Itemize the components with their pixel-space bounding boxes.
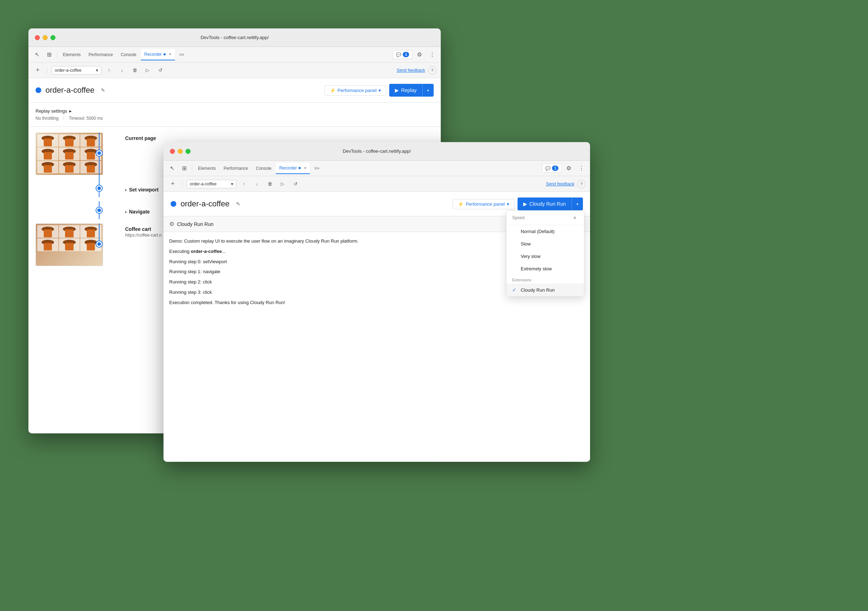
dropdown-item-slow[interactable]: Slow — [507, 238, 584, 250]
layers-icon-front[interactable]: ⊞ — [178, 163, 190, 174]
add-recording-btn-front[interactable]: + — [168, 179, 178, 189]
perf-icon-back: ⚡ — [330, 88, 336, 93]
tab-bar-front: ↖ ⊞ Elements Performance Console Recorde… — [163, 161, 590, 176]
traffic-lights-front — [170, 149, 191, 154]
recorder-close-front[interactable]: × — [304, 166, 306, 170]
cc-cell-4 — [37, 238, 58, 251]
recording-title-back: order-a-coffee — [45, 86, 95, 95]
minimize-button-front[interactable] — [178, 149, 183, 154]
export-icon-back[interactable]: ↑ — [104, 65, 114, 75]
layers-icon-back[interactable]: ⊞ — [43, 49, 55, 60]
dropdown-close-btn[interactable]: × — [571, 214, 578, 221]
refresh-icon-back[interactable]: ↺ — [155, 65, 165, 75]
chevron-down-icon-back: ▾ — [96, 68, 98, 73]
header-actions-front: ⚡ Performance panel ▾ ▶ Cloudy Run Run ▾ — [453, 198, 583, 210]
tab-more-back[interactable]: >> — [175, 49, 188, 60]
export-icon-front[interactable]: ↑ — [239, 179, 249, 189]
recording-selector-front[interactable]: order-a-coffee ▾ — [187, 180, 236, 188]
replay-main-btn-back[interactable]: ▶ Replay — [389, 85, 422, 96]
tab-console-front[interactable]: Console — [253, 163, 275, 174]
tab-elements-back[interactable]: Elements — [59, 49, 84, 60]
replay-dropdown-arrow-back[interactable]: ▾ — [422, 84, 434, 97]
send-feedback-front[interactable]: Send feedback — [546, 181, 574, 187]
chat-badge-back[interactable]: 💬 1 — [393, 50, 412, 59]
tab-console-back[interactable]: Console — [117, 49, 140, 60]
step-line-current-page — [99, 133, 99, 179]
maximize-button-back[interactable] — [51, 35, 56, 40]
step-screenshot-coffee-cart — [36, 223, 103, 266]
dropdown-item-normal[interactable]: Normal (Default) — [507, 225, 584, 238]
window-title-front: DevTools - coffee-cart.netlify.app/ — [343, 148, 411, 154]
executing-bold: order-a-coffee — [191, 249, 222, 254]
step-label-current-page[interactable]: Current page — [125, 135, 434, 141]
replay-dropdown-arrow-front[interactable]: ▾ — [572, 198, 583, 210]
cursor-icon-back[interactable]: ↖ — [31, 49, 43, 60]
refresh-icon-front[interactable]: ↺ — [290, 179, 300, 189]
help-btn-back[interactable]: ? — [428, 66, 437, 74]
toolbar-right-back: Send feedback ? — [397, 66, 437, 74]
help-btn-front[interactable]: ? — [577, 180, 586, 188]
maximize-button-front[interactable] — [186, 149, 191, 154]
tab-performance-back[interactable]: Performance — [85, 49, 116, 60]
recording-selector-back[interactable]: order-a-coffee ▾ — [51, 66, 101, 74]
add-recording-btn-back[interactable]: + — [33, 65, 43, 75]
perf-panel-label-front: Performance panel — [466, 201, 505, 207]
more-vert-icon-front[interactable]: ⋮ — [576, 163, 587, 174]
step-visual-coffee-cart — [36, 223, 107, 266]
more-vert-icon-back[interactable]: ⋮ — [426, 49, 438, 60]
dropdown-item-very-slow[interactable]: Very slow — [507, 250, 584, 263]
delete-icon-back[interactable]: 🗑 — [130, 65, 140, 75]
perf-panel-label-back: Performance panel — [338, 88, 377, 93]
cc-cell-3 — [80, 225, 101, 238]
settings-section-back: Replay settings ▸ No throttling Timeout:… — [28, 103, 441, 127]
speed-extensions-dropdown: Speed × Normal (Default) Slow Very slow … — [506, 210, 584, 297]
replay-btn-front[interactable]: ▶ Cloudy Run Run ▾ — [518, 198, 583, 210]
replay-btn-back[interactable]: ▶ Replay ▾ — [389, 84, 434, 97]
dropdown-item-cloudy-run-run[interactable]: ✓ Cloudy Run Run — [507, 283, 584, 296]
play-icon-front: ▶ — [523, 201, 527, 207]
edit-title-icon-back[interactable]: ✎ — [99, 86, 107, 94]
timeout-value-back: Timeout: 5000 ms — [69, 116, 103, 121]
tab-recorder-front[interactable]: Recorder × — [276, 163, 310, 174]
edit-title-icon-front[interactable]: ✎ — [234, 200, 242, 208]
chat-badge-front[interactable]: 💬 1 — [542, 164, 562, 173]
recording-header-back: order-a-coffee ✎ ⚡ Performance panel ▾ ▶… — [28, 78, 441, 103]
screenshot-inner-coffee-cart — [36, 224, 103, 266]
tab-elements-front[interactable]: Elements — [194, 163, 219, 174]
close-button-front[interactable] — [170, 149, 175, 154]
gear-icon-back[interactable]: ⚙ — [414, 49, 425, 60]
extensions-section-label: Extensions — [507, 275, 584, 283]
perf-panel-btn-back[interactable]: ⚡ Performance panel ▾ — [324, 85, 387, 96]
import-icon-back[interactable]: ↓ — [117, 65, 127, 75]
plugin-title: Cloudy Run Run — [177, 221, 214, 227]
svg-point-1 — [299, 167, 301, 169]
cc-cell-2 — [59, 225, 80, 238]
run-icon-back[interactable]: ▷ — [143, 65, 152, 75]
tab-recorder-back[interactable]: Recorder × — [141, 49, 175, 60]
delete-icon-front[interactable]: 🗑 — [265, 179, 275, 189]
close-button-back[interactable] — [35, 35, 40, 40]
tab-more-front[interactable]: >> — [311, 163, 323, 174]
settings-divider-back — [64, 116, 64, 120]
tab-performance-front[interactable]: Performance — [220, 163, 252, 174]
cursor-icon-front[interactable]: ↖ — [166, 163, 178, 174]
tab-divider-1 — [57, 51, 57, 58]
run-icon-front[interactable]: ▷ — [277, 179, 288, 189]
settings-details-back: No throttling Timeout: 5000 ms — [36, 116, 434, 121]
recording-dot-front — [170, 201, 176, 207]
replay-main-btn-front[interactable]: ▶ Cloudy Run Run — [518, 198, 572, 210]
send-feedback-back[interactable]: Send feedback — [397, 68, 425, 73]
checkmark-cloudy: ✓ — [512, 287, 518, 293]
sc-cell-5 — [59, 147, 80, 160]
step-content-current-page: Current page — [112, 133, 434, 141]
perf-panel-btn-front[interactable]: ⚡ Performance panel ▾ — [453, 199, 515, 209]
toolbar-divider-back — [47, 67, 47, 74]
screenshot-inner-current-page — [36, 133, 103, 175]
gear-icon-front[interactable]: ⚙ — [563, 163, 574, 174]
recorder-close-back[interactable]: × — [169, 52, 171, 57]
import-icon-front[interactable]: ↓ — [252, 179, 262, 189]
minimize-button-back[interactable] — [43, 35, 48, 40]
toolbar-front: + order-a-coffee ▾ ↑ ↓ 🗑 ▷ ↺ Send feedba… — [163, 176, 590, 192]
settings-title-back[interactable]: Replay settings ▸ — [36, 108, 434, 114]
dropdown-item-extremely-slow[interactable]: Extremely slow — [507, 263, 584, 275]
